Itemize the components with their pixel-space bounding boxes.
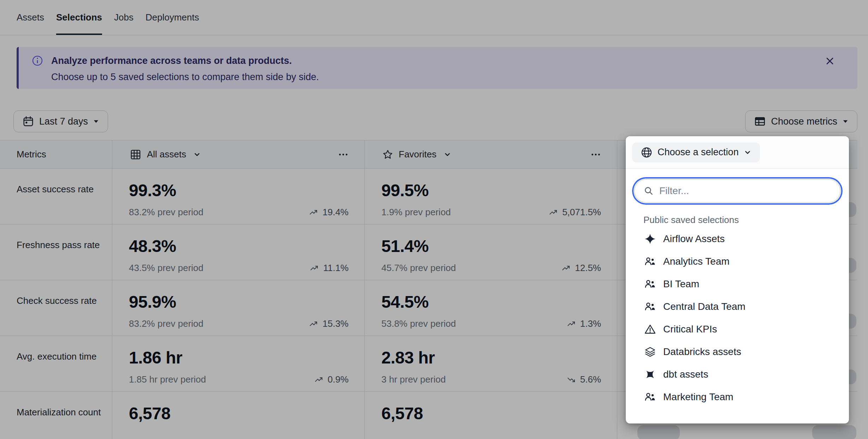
selection-item-label: Marketing Team <box>663 391 733 403</box>
warning-triangle-icon <box>644 323 656 335</box>
chevron-down-icon <box>744 149 751 156</box>
globe-icon <box>641 146 653 158</box>
selection-item-airflow-assets[interactable]: Airflow Assets <box>626 228 849 250</box>
saved-selections-list: Airflow Assets Analytics Team BI Team Ce… <box>626 228 849 408</box>
selection-item-dbt-assets[interactable]: dbt assets <box>626 363 849 386</box>
selection-item-central-data-team[interactable]: Central Data Team <box>626 295 849 318</box>
selection-column-header: Choose a selection <box>626 136 849 169</box>
selection-item-label: Central Data Team <box>663 301 745 312</box>
insights-page: AssetsSelectionsJobsDeployments Analyze … <box>0 0 868 439</box>
selection-item-marketing-team[interactable]: Marketing Team <box>626 386 849 408</box>
choose-selection-dropdown[interactable]: Choose a selection <box>632 143 760 162</box>
selection-item-label: Airflow Assets <box>663 233 725 245</box>
selection-item-label: Analytics Team <box>663 256 730 267</box>
filter-input[interactable] <box>634 179 840 203</box>
saved-selections-group-label: Public saved selections <box>643 215 849 225</box>
filter-field-wrap <box>626 169 849 203</box>
selection-item-label: Databricks assets <box>663 346 741 357</box>
selection-item-databricks-assets[interactable]: Databricks assets <box>626 341 849 363</box>
team-icon <box>644 301 656 313</box>
airflow-icon <box>644 233 656 245</box>
selection-item-label: Critical KPIs <box>663 324 717 335</box>
dbt-icon <box>644 368 656 380</box>
selection-item-label: dbt assets <box>663 369 708 380</box>
team-icon <box>644 255 656 267</box>
layers-icon <box>644 346 656 358</box>
selection-item-bi-team[interactable]: BI Team <box>626 273 849 295</box>
choose-selection-popover: Choose a selection Public saved selectio… <box>626 136 849 423</box>
choose-selection-label: Choose a selection <box>658 147 739 158</box>
selection-item-critical-kpis[interactable]: Critical KPIs <box>626 318 849 341</box>
team-icon <box>644 278 656 290</box>
team-icon <box>644 391 656 403</box>
selection-item-label: BI Team <box>663 278 699 290</box>
selection-item-analytics-team[interactable]: Analytics Team <box>626 250 849 273</box>
